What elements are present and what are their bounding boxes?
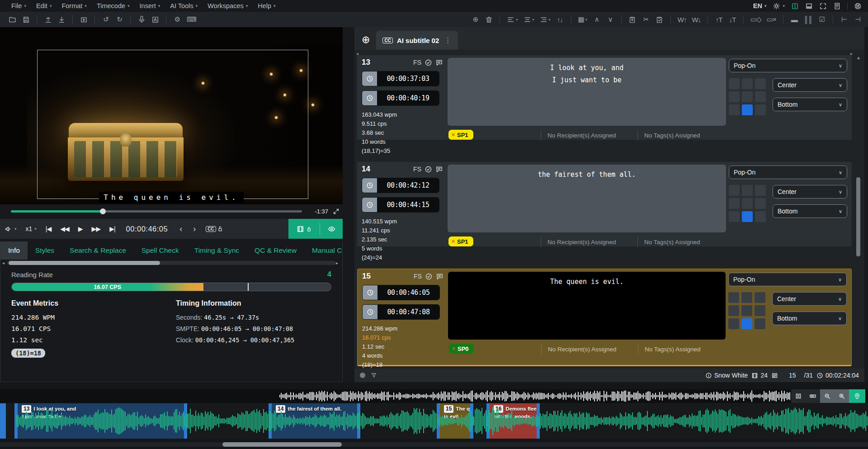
- position-cell[interactable]: [741, 318, 752, 329]
- speaker-badge[interactable]: × SP1: [448, 130, 473, 140]
- seek-knob[interactable]: [100, 208, 106, 214]
- vertical-align-select[interactable]: Bottom∨: [773, 98, 847, 111]
- zoom-out-button[interactable]: [820, 389, 835, 403]
- sort-events-button[interactable]: ↑↓: [554, 14, 566, 25]
- columns-view-button[interactable]: ║║: [802, 14, 814, 25]
- tabs-scrollbar[interactable]: ◂ ▸: [0, 260, 342, 266]
- recipients-cell[interactable]: No Recipient(s) Assigned: [541, 344, 637, 354]
- tags-cell[interactable]: No Tags(s) Assigned: [637, 130, 733, 141]
- vscroll-thumb[interactable]: [856, 177, 860, 256]
- help-ring-icon[interactable]: [854, 2, 862, 10]
- undo-button[interactable]: ↺: [100, 14, 112, 25]
- snap-start-button[interactable]: ⊢: [838, 14, 850, 25]
- cut-button[interactable]: ✂: [640, 14, 652, 25]
- scroll-left-icon[interactable]: ◂: [2, 260, 7, 265]
- horizontal-align-select[interactable]: Center∨: [773, 78, 847, 92]
- position-cell[interactable]: [729, 198, 740, 209]
- position-cell[interactable]: [742, 91, 753, 102]
- move-up-button[interactable]: ∧: [591, 14, 603, 25]
- journal-icon[interactable]: [833, 2, 841, 10]
- horizontal-align-select[interactable]: Center∨: [772, 292, 847, 306]
- tab-menu-icon[interactable]: ⋮: [443, 36, 453, 44]
- tab-info[interactable]: Info: [0, 241, 28, 260]
- audio-overview-strip[interactable]: [0, 389, 868, 403]
- position-cell[interactable]: [729, 211, 740, 222]
- timecode-out-field[interactable]: 00:00:40:19: [362, 90, 439, 106]
- position-cell[interactable]: [755, 305, 765, 316]
- position-cell[interactable]: [742, 78, 753, 89]
- redo-button[interactable]: ↻: [113, 14, 125, 25]
- tab-timing-sync[interactable]: Timing & Sync: [187, 241, 247, 260]
- horizontal-align-select[interactable]: Center∨: [773, 185, 847, 199]
- shortcuts-button[interactable]: ⌨: [185, 14, 198, 25]
- tab-spell-check[interactable]: Spell Check: [134, 241, 187, 260]
- recipients-cell[interactable]: No Recipient(s) Assigned: [541, 130, 637, 141]
- position-cell[interactable]: [755, 185, 766, 196]
- play-button[interactable]: ▶: [74, 219, 87, 239]
- open-project-button[interactable]: [6, 14, 18, 25]
- clock-icon[interactable]: [362, 178, 377, 193]
- rewind-button[interactable]: ◀◀: [56, 219, 74, 239]
- approve-check-icon[interactable]: [425, 59, 432, 66]
- volume-button[interactable]: ▾: [0, 219, 21, 239]
- tab-qc-review[interactable]: QC & Review: [247, 241, 304, 260]
- recipients-cell[interactable]: No Recipient(s) Assigned: [541, 236, 637, 247]
- skip-start-button[interactable]: |◀: [41, 219, 56, 239]
- video-player[interactable]: The queen is evil.: [0, 27, 343, 204]
- speed-select[interactable]: x1▾: [21, 219, 41, 239]
- menu-timecode[interactable]: Timecode▾: [92, 0, 135, 12]
- position-cell[interactable]: [742, 185, 753, 196]
- position-cell[interactable]: [755, 292, 765, 303]
- timecode-out-field[interactable]: 00:00:44:15: [362, 197, 439, 213]
- add-document-button[interactable]: ⊕: [362, 35, 370, 45]
- list-vscrollbar[interactable]: ▲: [856, 55, 861, 367]
- position-cell[interactable]: [741, 292, 752, 303]
- timecode-out-field[interactable]: 00:00:47:08: [362, 304, 440, 320]
- tab-styles[interactable]: Styles: [28, 241, 62, 260]
- fill-line-button[interactable]: ▬: [788, 14, 800, 25]
- timecode-in-field[interactable]: 00:00:42:12: [362, 178, 439, 193]
- video-lock-button[interactable]: [288, 223, 320, 235]
- position-grid[interactable]: [729, 78, 766, 115]
- position-cell[interactable]: [728, 318, 739, 329]
- menu-insert[interactable]: Insert▾: [135, 0, 165, 12]
- subtitle-event-row[interactable]: 14 FS 00:00:42:12 00:00:44:15 140.515 wp…: [357, 162, 852, 246]
- preview-eye-button[interactable]: [320, 225, 343, 233]
- position-grid[interactable]: [729, 185, 766, 222]
- align-right-button[interactable]: ▾: [538, 14, 552, 25]
- fullscreen-brackets-icon[interactable]: [819, 2, 827, 10]
- position-cell[interactable]: [729, 91, 740, 102]
- fast-forward-button[interactable]: ▶▶: [87, 219, 105, 239]
- auto-translate-button[interactable]: [149, 14, 161, 25]
- word-up-button[interactable]: W↑: [676, 14, 689, 25]
- position-cell[interactable]: [755, 211, 766, 222]
- display-mode-select[interactable]: Pop-On∨: [729, 165, 847, 179]
- document-tab[interactable]: CC AI subtitle 02 ⋮: [376, 31, 458, 50]
- speaker-badge[interactable]: × SP0: [449, 344, 474, 354]
- position-cell[interactable]: [755, 78, 766, 89]
- fullscreen-icon[interactable]: [333, 207, 340, 215]
- waveform-track[interactable]: 13I look at you, and I just want to be 1…: [0, 403, 868, 439]
- position-grid[interactable]: [728, 292, 765, 329]
- vertical-align-select[interactable]: Bottom∨: [772, 312, 847, 325]
- remove-speaker-icon[interactable]: ×: [452, 238, 455, 245]
- current-event-number[interactable]: 15: [789, 372, 796, 379]
- position-cell[interactable]: [729, 185, 740, 196]
- skip-end-button[interactable]: ▶|: [105, 219, 119, 239]
- remove-speaker-icon[interactable]: ×: [452, 345, 455, 352]
- position-cell[interactable]: [742, 104, 753, 115]
- timecode-in-field[interactable]: 00:00:37:03: [362, 71, 439, 86]
- merge-events-button[interactable]: ▭◇: [749, 14, 763, 25]
- status-dot[interactable]: [360, 373, 365, 378]
- tags-cell[interactable]: No Tags(s) Assigned: [637, 236, 733, 247]
- snap-end-button[interactable]: ⊣: [852, 14, 863, 25]
- word-down-button[interactable]: W↓: [690, 14, 703, 25]
- position-cell[interactable]: [755, 91, 766, 102]
- clock-icon[interactable]: [362, 91, 377, 105]
- position-cell[interactable]: [729, 78, 740, 89]
- lower-line-button[interactable]: ↓T: [726, 14, 738, 25]
- subtitle-block[interactable]: 15The queen is evil.: [437, 403, 473, 439]
- compare-panels-icon[interactable]: [791, 2, 799, 10]
- speaker-badge[interactable]: × SP1: [448, 236, 473, 246]
- approve-check-icon[interactable]: [425, 165, 432, 173]
